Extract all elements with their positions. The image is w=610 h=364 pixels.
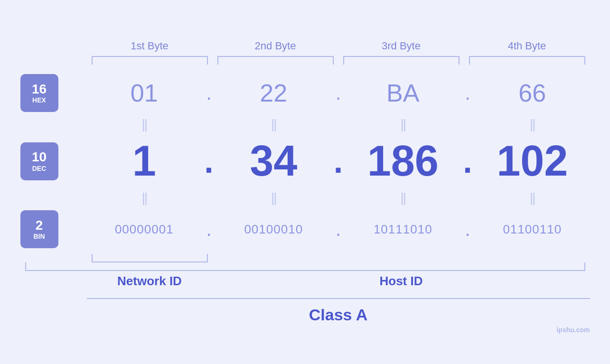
byte2-label: 2nd Byte — [213, 40, 338, 52]
hex-badge-num: 16 — [32, 82, 47, 97]
byte1-label: 1st Byte — [87, 40, 213, 52]
network-id-label: Network ID — [87, 274, 213, 289]
bin-badge-label: BIN — [33, 233, 45, 240]
bin-val-4: 01100110 — [475, 222, 590, 237]
hex-val-1: 01 — [87, 79, 202, 107]
hex-val-4: 66 — [475, 79, 590, 107]
id-labels-row: Network ID Host ID — [20, 274, 590, 289]
eq2-2: || — [216, 190, 331, 205]
bracket-byte2 — [217, 56, 334, 65]
dec-row: 10 DEC 1 . 34 . 186 . 102 — [20, 137, 590, 186]
hex-dot-1: . — [202, 83, 216, 104]
eq1-4: || — [475, 117, 590, 132]
bin-val-2: 00100010 — [216, 222, 331, 237]
eq2-1: || — [87, 190, 202, 205]
equals-row-2: || || || || — [20, 190, 590, 205]
equals-row-1: || || || || — [20, 117, 590, 132]
hex-badge: 16 HEX — [20, 74, 58, 112]
dec-badge-num: 10 — [32, 150, 47, 165]
hex-dot-3: . — [460, 83, 475, 104]
hex-val-2: 22 — [216, 79, 331, 107]
eq1-1: || — [87, 117, 202, 132]
dec-val-2: 34 — [216, 137, 331, 186]
hex-row: 16 HEX 01 . 22 . BA . 66 — [20, 74, 590, 112]
bracket-host-id — [25, 262, 585, 271]
eq2-3: || — [346, 190, 461, 205]
dec-badge: 10 DEC — [20, 142, 58, 180]
eq1-3: || — [346, 117, 461, 132]
bin-badge-num: 2 — [36, 218, 43, 233]
class-row: Class A ipshu.com — [87, 298, 590, 324]
dec-val-3: 186 — [346, 137, 461, 186]
dec-badge-label: DEC — [32, 165, 47, 172]
eq2-4: || — [475, 190, 590, 205]
bin-val-3: 10111010 — [346, 222, 461, 237]
bin-row: 2 BIN 00000001 . 00100010 . 10111010 . 0… — [20, 210, 590, 248]
bracket-byte3 — [343, 56, 460, 65]
dec-val-1: 1 — [87, 137, 202, 186]
byte4-label: 4th Byte — [464, 40, 590, 52]
hex-dot-2: . — [331, 83, 346, 104]
dec-dot-2: . — [331, 142, 346, 180]
hex-badge-label: HEX — [32, 96, 46, 104]
bin-dot-3: . — [460, 219, 475, 240]
byte3-label: 3rd Byte — [338, 40, 464, 52]
bin-badge: 2 BIN — [20, 210, 58, 248]
class-label: Class A — [309, 306, 367, 324]
bracket-network-id — [92, 254, 208, 262]
watermark: ipshu.com — [556, 326, 590, 334]
bin-dot-1: . — [202, 219, 216, 240]
byte-labels-row: 1st Byte 2nd Byte 3rd Byte 4th Byte — [20, 40, 590, 52]
dec-dot-3: . — [460, 142, 475, 180]
bracket-byte1 — [92, 56, 208, 65]
bin-val-1: 00000001 — [87, 222, 202, 237]
bin-dot-2: . — [331, 219, 346, 240]
dec-dot-1: . — [202, 142, 216, 180]
top-brackets — [20, 56, 590, 65]
eq1-2: || — [216, 117, 331, 132]
dec-val-4: 102 — [475, 137, 590, 186]
bottom-brackets — [20, 254, 590, 271]
bracket-byte4 — [469, 56, 585, 65]
host-id-label: Host ID — [213, 274, 590, 289]
hex-val-3: BA — [346, 79, 461, 107]
